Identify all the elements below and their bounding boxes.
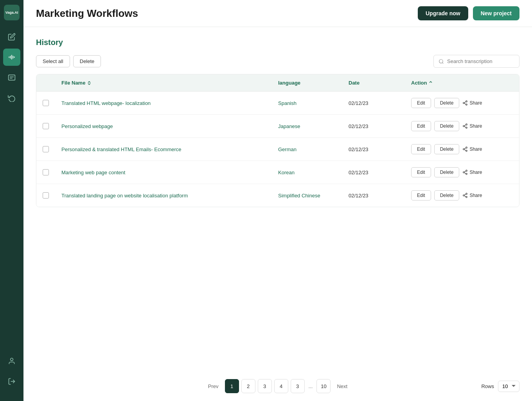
- svg-line-25: [464, 150, 466, 150]
- next-button[interactable]: Next: [333, 379, 351, 393]
- delete-toolbar-button[interactable]: Delete: [73, 55, 101, 67]
- sort-icon: [87, 81, 92, 85]
- share-button-4[interactable]: Share: [462, 193, 482, 198]
- edit-button-2[interactable]: Edit: [411, 144, 431, 154]
- share-icon: [462, 170, 468, 175]
- content-area: History Select all Delete File Name: [23, 27, 532, 371]
- delete-button-3[interactable]: Delete: [434, 167, 460, 177]
- history-title: History: [36, 38, 519, 47]
- svg-line-30: [464, 173, 466, 173]
- row-filename: Translated HTML webpage- localization: [61, 100, 278, 106]
- edit-button-0[interactable]: Edit: [411, 98, 431, 108]
- svg-line-21: [464, 125, 466, 126]
- pagination-bar: Prev 1 2 3 4 3 ... 10 Next Rows 10 20 50: [23, 371, 532, 401]
- delete-button-0[interactable]: Delete: [434, 98, 460, 108]
- share-button-3[interactable]: Share: [462, 170, 482, 175]
- svg-point-27: [466, 170, 467, 172]
- row-language: Korean: [278, 170, 349, 175]
- search-input[interactable]: [447, 58, 514, 64]
- svg-line-15: [464, 103, 466, 104]
- row-date: 02/12/23: [349, 146, 411, 152]
- svg-point-32: [466, 193, 467, 195]
- sidebar-item-history[interactable]: [3, 89, 20, 107]
- row-checkbox-2[interactable]: [43, 146, 49, 152]
- row-language: Spanish: [278, 100, 349, 106]
- table-row: Translated HTML webpage- localization Sp…: [36, 92, 519, 115]
- svg-point-18: [463, 125, 465, 127]
- sidebar-item-logout[interactable]: [3, 373, 20, 390]
- logo[interactable]: Vaga.AI: [4, 5, 20, 20]
- edit-button-3[interactable]: Edit: [411, 167, 431, 177]
- delete-button-1[interactable]: Delete: [434, 121, 460, 131]
- svg-point-23: [463, 148, 465, 150]
- row-actions: Edit Delete Share: [411, 190, 513, 200]
- svg-line-31: [464, 171, 466, 172]
- row-date: 02/12/23: [349, 123, 411, 129]
- table-row: Marketing web page content Korean 02/12/…: [36, 161, 519, 184]
- svg-line-26: [464, 148, 466, 149]
- page-2-button[interactable]: 2: [241, 379, 255, 393]
- row-language: Simplified Chinese: [278, 193, 349, 199]
- share-icon: [462, 100, 468, 106]
- main-area: Marketing Workflows Upgrade now New proj…: [23, 0, 532, 401]
- svg-point-8: [11, 358, 13, 361]
- table-row: Translated landing page on website local…: [36, 184, 519, 207]
- row-checkbox-3[interactable]: [43, 169, 49, 175]
- sidebar-item-subtitles[interactable]: [3, 69, 20, 86]
- row-actions: Edit Delete Share: [411, 167, 513, 177]
- svg-point-22: [466, 147, 467, 148]
- sidebar-nav: [3, 28, 20, 352]
- search-icon: [439, 59, 444, 64]
- svg-point-17: [466, 124, 467, 125]
- pagination: Prev 1 2 3 4 3 ... 10 Next: [204, 379, 351, 393]
- row-filename: Personalized & translated HTML Emails- E…: [61, 146, 278, 152]
- rows-label: Rows: [481, 383, 494, 389]
- row-date: 02/12/23: [349, 170, 411, 175]
- page-3-button[interactable]: 3: [258, 379, 272, 393]
- page-4-button[interactable]: 4: [274, 379, 288, 393]
- search-box[interactable]: [433, 55, 519, 68]
- action-sort-icon: [428, 81, 433, 85]
- toolbar-left: Select all Delete: [36, 55, 101, 67]
- table-header: File Name language Date Action: [36, 74, 519, 92]
- edit-button-4[interactable]: Edit: [411, 190, 431, 200]
- share-button-0[interactable]: Share: [462, 100, 482, 106]
- svg-rect-5: [9, 75, 15, 80]
- sidebar-item-edit[interactable]: [3, 28, 20, 45]
- page-10-button[interactable]: 10: [316, 379, 331, 393]
- row-language: German: [278, 146, 349, 152]
- row-actions: Edit Delete Share: [411, 144, 513, 154]
- row-checkbox-cell: [43, 146, 61, 152]
- upgrade-now-button[interactable]: Upgrade now: [418, 6, 468, 20]
- page-1-button[interactable]: 1: [225, 379, 239, 393]
- prev-button[interactable]: Prev: [204, 379, 223, 393]
- delete-button-2[interactable]: Delete: [434, 144, 460, 154]
- header: Marketing Workflows Upgrade now New proj…: [23, 0, 532, 27]
- row-checkbox-4[interactable]: [43, 192, 49, 199]
- rows-per-page-select[interactable]: 10 20 50: [498, 381, 519, 392]
- row-checkbox-cell: [43, 192, 61, 199]
- sidebar-item-profile[interactable]: [3, 352, 20, 370]
- svg-point-33: [463, 195, 465, 196]
- rows-selector: Rows 10 20 50: [481, 381, 519, 392]
- table-row: Personalized & translated HTML Emails- E…: [36, 138, 519, 161]
- row-checkbox-cell: [43, 169, 61, 175]
- th-checkbox: [43, 80, 61, 86]
- share-button-1[interactable]: Share: [462, 123, 482, 129]
- page-5-button[interactable]: 3: [291, 379, 305, 393]
- row-checkbox-0[interactable]: [43, 100, 49, 106]
- row-checkbox-1[interactable]: [43, 123, 49, 129]
- svg-line-35: [464, 196, 466, 197]
- share-button-2[interactable]: Share: [462, 146, 482, 152]
- svg-point-34: [466, 196, 467, 198]
- edit-button-1[interactable]: Edit: [411, 121, 431, 131]
- svg-point-14: [466, 104, 467, 105]
- new-project-button[interactable]: New project: [473, 6, 519, 20]
- row-filename: Translated landing page on website local…: [61, 193, 278, 199]
- row-filename: Marketing web page content: [61, 170, 278, 175]
- select-all-button[interactable]: Select all: [36, 55, 70, 67]
- page-ellipsis: ...: [307, 383, 315, 389]
- row-filename: Personalized webpage: [61, 123, 278, 129]
- delete-button-4[interactable]: Delete: [434, 190, 460, 200]
- sidebar-item-waveform[interactable]: [3, 49, 20, 66]
